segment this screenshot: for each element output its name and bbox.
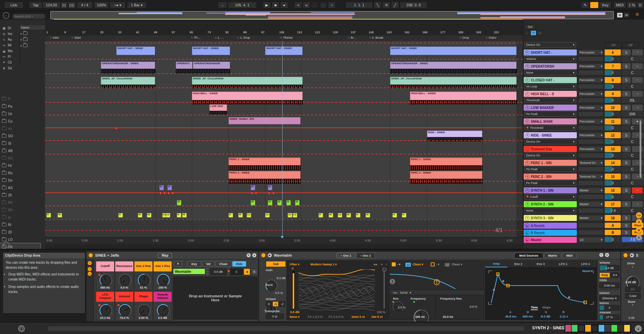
automation-dropdown[interactable]: Cutoff▾ <box>524 194 576 199</box>
dc-button[interactable]: DC <box>625 287 641 292</box>
automation-dropdown[interactable]: None▾ <box>524 208 576 213</box>
mixer-section-toggle-r[interactable]: R <box>636 219 642 225</box>
sub-osc-button[interactable]: Sub <box>266 261 286 267</box>
mini-clip[interactable]: SI <box>159 185 164 190</box>
sustain-value[interactable]: -6.0 dB <box>540 315 550 318</box>
macro-knob-lfo-frequen[interactable]: LFO Frequen23.2 Hz <box>96 291 115 321</box>
rack-vel-button[interactable]: Vel <box>202 261 215 267</box>
sidebar-category-ins[interactable]: ◎Ins <box>0 31 19 37</box>
tree-folder-row[interactable]: ▶ <box>20 42 45 48</box>
automation-breakpoint[interactable] <box>171 192 174 194</box>
automation-dropdown[interactable]: Pe Peak▾ <box>524 180 576 186</box>
beat-time-ruler[interactable]: 1917253341495765738189971051131211291371… <box>45 30 523 36</box>
output-routing-dropdown[interactable]: Textured Sn▾ <box>578 174 604 180</box>
sidebar-place-fir[interactable]: Fir <box>0 162 40 169</box>
search-input[interactable]: Search (Ctrl + <box>12 13 46 19</box>
clip[interactable]: SINEE_AF_ClosedHiHat <box>192 77 303 85</box>
status-input[interactable] <box>47 326 525 332</box>
sidebar-place-so[interactable]: SO <box>0 132 40 140</box>
rack-key-button[interactable]: Key <box>187 261 201 267</box>
automation-breakpoint[interactable] <box>115 127 118 129</box>
del-box[interactable]: Del <box>524 24 536 30</box>
mod-subtab-env-2[interactable]: Env 2 <box>507 261 530 267</box>
sidebar-place-as[interactable]: AS <box>0 154 40 162</box>
hit-clip[interactable]: Hi <box>57 213 62 218</box>
mod-subtab-amp[interactable]: Amp <box>485 261 507 267</box>
nudge-down-icon[interactable]: ||| <box>60 2 68 8</box>
tree-folder-row[interactable]: ▶ <box>20 30 45 36</box>
browser-collapse-icon[interactable]: ▷ <box>3 242 9 248</box>
hot-swap-icon[interactable]: ↻ <box>247 253 251 257</box>
filter2-shape-icon[interactable]: ⌐▾ <box>436 263 439 266</box>
pan-control[interactable]: C <box>622 56 643 62</box>
expand-icon[interactable]: ▶ <box>630 253 634 257</box>
poly-button[interactable]: Poly <box>599 272 610 278</box>
solo-button[interactable]: S <box>622 105 631 111</box>
return-track-name[interactable]: ▶A Reverb <box>524 223 577 229</box>
wavetable-prev-next-icons[interactable]: ◂ ▸ <box>373 263 377 266</box>
track-number[interactable]: 13 <box>605 146 621 152</box>
sidebar-category-pl[interactable]: ⊷Pl <box>0 54 19 60</box>
solo-button[interactable]: S <box>622 146 631 152</box>
mini-clip[interactable]: SI <box>251 185 255 190</box>
mod-subtab-env-3[interactable]: Env 3 <box>530 261 552 267</box>
rack-hide-button[interactable]: Hide <box>232 261 246 267</box>
fx2-value[interactable]: FX 2 0.0 % <box>329 315 344 319</box>
filter2-type-dropdown[interactable]: Clean ▾ <box>452 263 462 266</box>
monitor-button[interactable]: ◔ <box>632 201 643 207</box>
mini-clip[interactable]: SI <box>277 200 282 206</box>
clip[interactable]: HIGH BELL - SINEE <box>410 91 517 100</box>
track-number[interactable]: 18 <box>605 215 621 221</box>
punch-in-icon[interactable]: ╲ <box>374 2 382 8</box>
wavetable-name-dropdown[interactable]: Modern Sweep 1 ▾ <box>310 263 337 266</box>
track-name[interactable]: ▼OPERATORSH <box>524 63 577 69</box>
output-routing-dropdown[interactable]: Master▾ <box>578 215 604 221</box>
locator-2break[interactable]: 2. Break <box>370 36 383 39</box>
loop-length-field[interactable]: 208. 0. 0 <box>400 2 427 8</box>
automation-arm-icon[interactable]: ∞ <box>303 2 310 8</box>
mixer-section-toggle-d[interactable]: D <box>636 234 642 240</box>
filter1-shape-icon[interactable]: ⌐▾ <box>397 263 400 266</box>
solo-button[interactable]: S <box>622 118 631 124</box>
re-enable-automation-icon[interactable]: ← <box>311 2 319 8</box>
automation-breakpoint[interactable] <box>159 192 162 194</box>
hot-swap-icon[interactable]: ↻ <box>599 253 603 257</box>
filter-curve-display[interactable]: 1 2 <box>390 268 483 289</box>
hit-clip[interactable]: Lo <box>265 213 270 218</box>
hit-clip[interactable]: Hi <box>147 213 152 218</box>
midi-map-button[interactable]: MIDI <box>613 2 626 8</box>
track-number[interactable]: 15 <box>605 174 621 180</box>
osc-level-fader[interactable] <box>292 271 295 309</box>
saturator-title-bar[interactable]: ▶ S <box>621 252 644 259</box>
device-on-led[interactable] <box>261 253 266 258</box>
output-routing-dropdown[interactable]: Percussion▾ <box>578 105 604 111</box>
sidebar-category-dr[interactable]: ▦Dr <box>0 25 19 31</box>
macro-knob-osc-1-pos[interactable]: Osc 1 Pos100 % <box>153 261 172 291</box>
locator-start[interactable]: Start <box>72 36 81 39</box>
automation-breakpoint[interactable] <box>255 192 257 194</box>
track-number[interactable]: 14 <box>605 160 621 166</box>
mini-clip[interactable]: SI <box>286 200 291 206</box>
clip[interactable]: RIDE - SINEE <box>427 131 482 137</box>
record-button[interactable]: ● <box>280 2 288 8</box>
sidebar-place-20[interactable]: 20 <box>0 228 40 236</box>
monitor-button[interactable]: ◔ <box>632 63 643 69</box>
sidebar-place-cu[interactable]: Cu <box>0 117 40 125</box>
nudge-up-icon[interactable]: |||| <box>68 2 76 8</box>
wavetable-list-icon[interactable]: ≡ <box>381 263 383 266</box>
track-name[interactable]: ▼SYNTH 3 - SIN <box>524 215 577 221</box>
filter1-toggle[interactable] <box>392 262 396 266</box>
transpose-value[interactable]: 0 st <box>266 313 284 319</box>
track-volume[interactable]: 0 <box>605 111 621 117</box>
optimize-width-button[interactable]: W <box>624 12 630 18</box>
link-button[interactable]: Link <box>4 2 24 8</box>
automation-dropdown[interactable]: Threshold▾ <box>524 125 576 131</box>
hit-clip[interactable]: Hi <box>182 213 187 218</box>
clip[interactable]: PERC 1 - SINEE <box>410 157 482 165</box>
output-routing-dropdown[interactable]: Master▾ <box>578 187 604 193</box>
solo-button[interactable]: S <box>622 174 631 180</box>
monitor-button[interactable]: ◔ <box>632 187 643 193</box>
output-routing-dropdown[interactable]: Percussion▾ <box>578 49 604 55</box>
osc-effect-dropdown[interactable]: None ▾ <box>290 315 300 319</box>
device-on-led[interactable] <box>88 253 93 258</box>
